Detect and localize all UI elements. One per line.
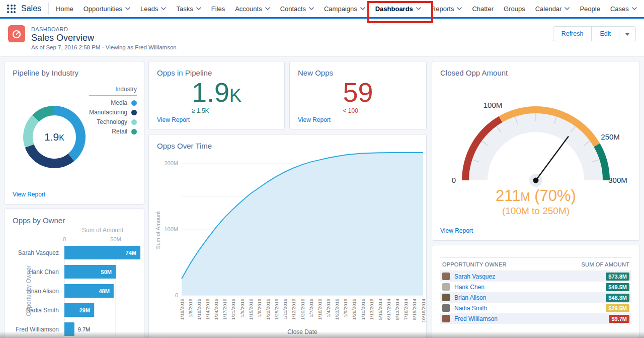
- nav-item-groups[interactable]: Groups: [499, 0, 530, 17]
- avatar: [442, 315, 450, 322]
- legend-swatch: [131, 100, 137, 106]
- amount-badge: $48.3M: [606, 294, 629, 302]
- svg-text:1/8/2016: 1/8/2016: [188, 299, 193, 317]
- owner-name-link[interactable]: Fred Williamson: [454, 315, 609, 322]
- legend-label: Media: [111, 99, 127, 106]
- nav-item-tasks[interactable]: Tasks: [171, 0, 206, 17]
- card-title: Opps in Pipeline: [157, 69, 276, 77]
- nav-item-files[interactable]: Files: [206, 0, 230, 17]
- legend-label: Manufacturing: [89, 109, 127, 116]
- bar-value-label: 9.7M: [78, 326, 90, 332]
- card-title: Pipeline by Industry: [13, 69, 136, 77]
- entity-eyebrow: DASHBOARD: [31, 26, 553, 32]
- nav-item-label: Home: [56, 5, 73, 13]
- svg-text:0: 0: [63, 236, 66, 242]
- needle-hub: [533, 178, 539, 183]
- legend-item-retail[interactable]: Retail: [89, 128, 137, 135]
- nav-item-label: Reports: [431, 5, 454, 13]
- card-title: New Opps: [298, 69, 418, 77]
- avatar: [442, 283, 450, 291]
- card-opps-over-time: Opps Over Time 0100M200M1/19/20161/8/201…: [148, 134, 427, 338]
- svg-text:1/9/2016: 1/9/2016: [343, 299, 348, 317]
- y-axis-title: Sum of Amount: [155, 211, 161, 249]
- chevron-down-icon: [360, 7, 365, 10]
- nav-item-label: Cases: [610, 5, 629, 13]
- svg-text:1/20/2016: 1/20/2016: [300, 299, 305, 320]
- legend-item-technology[interactable]: Technology: [89, 118, 137, 125]
- metric-threshold: < 100: [343, 107, 373, 114]
- svg-text:8/15/2014: 8/15/2014: [412, 299, 417, 320]
- owner-name-link[interactable]: Sarah Vasquez: [454, 273, 606, 280]
- donut-center-label: 1.9K: [44, 131, 64, 143]
- bar-fred-williamson[interactable]: [64, 322, 74, 336]
- x-axis-ticks: 050M: [63, 236, 121, 242]
- legend-label: Technology: [97, 118, 127, 125]
- app-launcher-icon[interactable]: [7, 5, 16, 13]
- gauge-range-label: (100M to 250M): [502, 206, 570, 216]
- nav-item-campaigns[interactable]: Campaigns: [319, 0, 370, 17]
- nav-item-dashboards[interactable]: Dashboards: [370, 0, 426, 17]
- metric: 59 < 100: [290, 79, 426, 115]
- nav-items: HomeOpportunitiesLeadsTasksFilesAccounts…: [51, 0, 642, 17]
- svg-text:1/5/2016: 1/5/2016: [239, 299, 245, 317]
- svg-text:7/16/2014: 7/16/2014: [403, 299, 409, 320]
- owner-name-link[interactable]: Brian Alison: [454, 294, 606, 301]
- svg-text:1/24/2016: 1/24/2016: [213, 299, 219, 320]
- chevron-down-icon: [265, 7, 270, 10]
- nav-item-label: Accounts: [235, 5, 262, 13]
- x-axis-labels: 1/19/20161/8/20161/18/20161/14/20161/24/…: [179, 299, 426, 323]
- header-actions: Refresh Edit: [553, 26, 636, 41]
- edit-button[interactable]: Edit: [591, 26, 619, 41]
- legend-item-manufacturing[interactable]: Manufacturing: [89, 109, 137, 116]
- nav-item-calendar[interactable]: Calendar: [530, 0, 575, 17]
- owner-name-link[interactable]: Hank Chen: [454, 284, 606, 291]
- amount-badge: $29.5M: [606, 304, 629, 312]
- dashboard-meta: As of Sep 7, 2016 2:58 PM · Viewing as F…: [31, 44, 553, 50]
- dashboard-icon: [8, 25, 25, 42]
- nav-item-accounts[interactable]: Accounts: [230, 0, 275, 17]
- column-header-owner: OPPORTUNITY OWNER: [442, 261, 507, 267]
- svg-text:8/13/2014: 8/13/2014: [394, 299, 400, 320]
- donut-legend: IndustryMediaManufacturingTechnologyReta…: [89, 86, 137, 138]
- nav-item-contacts[interactable]: Contacts: [275, 0, 319, 17]
- svg-text:1/21/2016: 1/21/2016: [230, 299, 236, 320]
- nav-item-label: Contacts: [280, 5, 306, 13]
- nav-item-label: Campaigns: [324, 5, 357, 13]
- nav-item-cases[interactable]: Cases: [605, 0, 642, 17]
- nav-item-label: Opportunities: [84, 5, 122, 13]
- donut-segment-technology[interactable]: [23, 115, 39, 148]
- nav-item-leads[interactable]: Leads: [135, 0, 171, 17]
- card-title: Opps by Owner: [13, 216, 136, 225]
- nav-item-people[interactable]: People: [575, 0, 605, 17]
- view-report-link[interactable]: View Report: [440, 227, 473, 234]
- nav-item-chatter[interactable]: Chatter: [467, 0, 499, 17]
- svg-text:1/13/2016: 1/13/2016: [369, 299, 374, 320]
- nav-item-opportunities[interactable]: Opportunities: [78, 0, 135, 17]
- nav-item-label: Groups: [504, 5, 525, 13]
- svg-text:300M: 300M: [608, 176, 627, 184]
- nav-item-home[interactable]: Home: [51, 0, 78, 17]
- table-row-sarah-vasquez: Sarah Vasquez$73.8M: [440, 271, 631, 282]
- nav-item-label: Calendar: [535, 5, 562, 13]
- card-owner-table: OPPORTUNITY OWNER SUM OF AMOUNT Sarah Va…: [432, 245, 640, 338]
- opps-over-time-chart: 0100M200M1/19/20161/8/20161/18/20161/14/…: [149, 134, 427, 338]
- nav-item-reports[interactable]: Reports: [426, 0, 467, 17]
- owner-name-link[interactable]: Nadia Smith: [454, 305, 606, 312]
- donut-segment-manufacturing[interactable]: [25, 145, 74, 168]
- svg-text:5/15/2014: 5/15/2014: [377, 299, 383, 320]
- refresh-button[interactable]: Refresh: [553, 26, 592, 41]
- card-closed-opp-amount: Closed Opp Amount 0100M250M300M211M (70%…: [432, 61, 640, 241]
- nav-item-label: Files: [211, 5, 225, 13]
- legend-title: Industry: [89, 86, 137, 96]
- column-header-amount: SUM OF AMOUNT: [582, 261, 630, 267]
- svg-text:250M: 250M: [601, 132, 620, 141]
- salesforce-dashboard-screen: Sales HomeOpportunitiesLeadsTasksFilesAc…: [0, 0, 644, 338]
- legend-item-media[interactable]: Media: [89, 99, 137, 106]
- table-row-fred-williamson: Fred Williamson$9.7M: [440, 313, 631, 324]
- nav-item-label: Tasks: [176, 5, 193, 13]
- more-actions-button[interactable]: [619, 26, 636, 41]
- view-report-link[interactable]: View Report: [298, 116, 331, 123]
- amount-badge: $49.5M: [606, 283, 629, 291]
- view-report-link[interactable]: View Report: [13, 191, 45, 198]
- view-report-link[interactable]: View Report: [157, 116, 190, 123]
